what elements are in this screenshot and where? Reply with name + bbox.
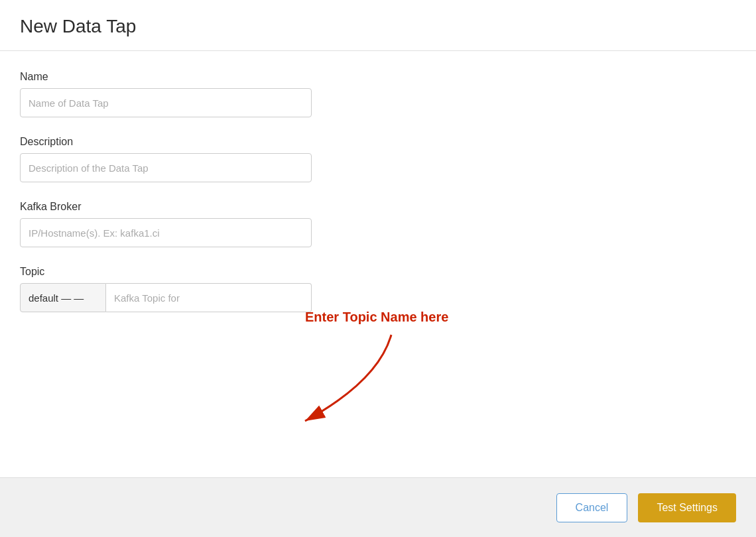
kafka-broker-input[interactable]	[20, 218, 312, 247]
name-input[interactable]	[20, 88, 312, 117]
kafka-broker-field-group: Kafka Broker	[20, 201, 736, 247]
description-field-group: Description	[20, 136, 736, 182]
footer: Cancel Test Settings	[0, 477, 756, 537]
annotation-container: Enter Topic Name here	[305, 310, 448, 325]
name-label: Name	[20, 71, 736, 83]
topic-input[interactable]	[106, 283, 312, 312]
topic-row: default — —	[20, 283, 312, 312]
name-field-group: Name	[20, 71, 736, 117]
annotation-text: Enter Topic Name here	[305, 310, 448, 324]
description-label: Description	[20, 136, 736, 148]
topic-prefix: default — —	[20, 283, 106, 312]
annotation-arrow-icon	[285, 328, 405, 434]
form-area: Name Description Kafka Broker Topic defa…	[0, 51, 756, 477]
topic-label: Topic	[20, 266, 736, 278]
test-settings-button[interactable]: Test Settings	[638, 493, 736, 522]
page-header: New Data Tap	[0, 0, 756, 51]
cancel-button[interactable]: Cancel	[556, 493, 628, 522]
description-input[interactable]	[20, 153, 312, 182]
page-title: New Data Tap	[20, 16, 736, 37]
kafka-broker-label: Kafka Broker	[20, 201, 736, 213]
topic-field-group: Topic default — —	[20, 266, 736, 312]
